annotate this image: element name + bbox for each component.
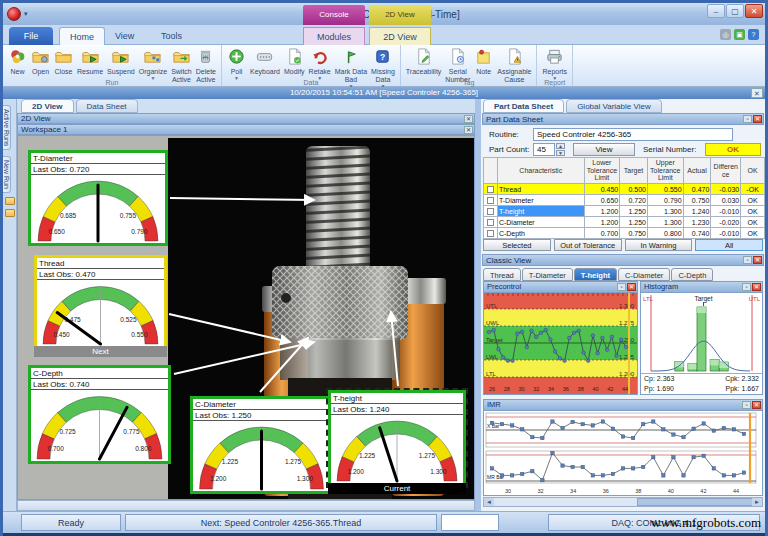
workspace-close-icon[interactable]: ✕ [464, 126, 473, 134]
tab-tools[interactable]: Tools [151, 27, 192, 45]
svg-text:44: 44 [622, 386, 628, 392]
pin-icon[interactable]: ▫ [742, 283, 751, 291]
table-row[interactable]: T-height1.2001.2501.3001.240-0.010OK [484, 206, 765, 217]
table-row[interactable]: C-Diameter1.2001.2501.3001.230-0.020OK [484, 217, 765, 228]
row-checkbox[interactable] [487, 186, 494, 193]
ok-button[interactable]: OK [705, 143, 761, 156]
tab-home[interactable]: Home [59, 27, 105, 45]
filter-in-warning-button[interactable]: In Warning [625, 239, 693, 251]
file-tab[interactable]: File [9, 27, 53, 45]
close-icon[interactable]: ✕ [627, 283, 636, 291]
reports-button[interactable]: Reports▼ [541, 46, 568, 81]
column-header[interactable]: Difference [711, 158, 741, 184]
open-button[interactable]: Open [30, 46, 51, 77]
horizontal-scrollbar[interactable] [17, 500, 475, 511]
rail-tab-active-runs[interactable]: Active Runs [3, 105, 11, 150]
pin-icon[interactable]: ▫ [617, 283, 626, 291]
column-header[interactable]: Characteristic [497, 158, 584, 184]
tab-part-data-sheet[interactable]: Part Data Sheet [483, 99, 564, 113]
filter-out-of-tolerance-button[interactable]: Out of Tolerance [554, 239, 622, 251]
close-icon[interactable]: ✕ [753, 115, 762, 123]
retake-icon [310, 47, 329, 68]
minimize-button[interactable]: – [707, 4, 725, 18]
column-header[interactable]: Upper Tolerance Limit [647, 158, 683, 184]
tab-global-variable-view[interactable]: Global Variable View [566, 99, 662, 113]
pin-icon[interactable]: ▫ [742, 401, 751, 409]
tab-modules[interactable]: Modules [303, 27, 365, 45]
tab-view[interactable]: View [105, 27, 144, 45]
poll-button[interactable]: Poll▼ [226, 46, 247, 81]
organize-button[interactable]: Organize▼ [138, 46, 168, 81]
column-header[interactable] [484, 158, 498, 184]
rail-tab-new-run[interactable]: New Run [3, 156, 11, 193]
scroll-right-icon[interactable]: ► [752, 498, 762, 506]
pin-icon[interactable]: ▫ [743, 115, 752, 123]
traceability-button[interactable]: Traceability [405, 46, 443, 77]
gauge-last-obs: Last Obs: 1.240 [331, 404, 463, 415]
help-icon[interactable]: ? [748, 29, 759, 40]
gauge-t-height[interactable]: T-heightLast Obs: 1.2401.2251.2001.2751.… [328, 390, 466, 486]
column-header[interactable]: Actual [683, 158, 711, 184]
gauge-c-depth[interactable]: C-DepthLast Obs: 0.7400.7250.7000.7750.8… [28, 365, 171, 464]
tab-2d-view[interactable]: 2D View [21, 99, 74, 113]
app-logo-icon[interactable] [7, 7, 21, 21]
run-close-icon[interactable]: ✕ [751, 88, 763, 98]
filter-selected-button[interactable]: Selected [483, 239, 551, 251]
column-header[interactable]: Target [620, 158, 648, 184]
filter-all-button[interactable]: All [695, 239, 763, 251]
modify-button[interactable]: Modify [283, 46, 306, 77]
close-button[interactable]: ✕ [745, 4, 763, 18]
tab-2d-view[interactable]: 2D View [369, 27, 431, 45]
maximize-button[interactable]: ▢ [726, 4, 744, 18]
retake-button[interactable]: Retake▼ [308, 46, 332, 81]
column-header[interactable]: Lower Tolerance Limit [584, 158, 620, 184]
close-icon[interactable]: ✕ [752, 283, 761, 291]
imr-scrollbar[interactable]: ◄ ► [483, 497, 763, 507]
gauge-t-diameter[interactable]: T-DiameterLast Obs: 0.7200.6850.6500.755… [28, 150, 168, 246]
pin-icon[interactable]: ▫ [743, 256, 752, 264]
table-row[interactable]: C-Depth0.7000.7500.8000.740-0.010OK [484, 228, 765, 239]
new-button[interactable]: New [7, 46, 28, 77]
folder-icon[interactable] [5, 197, 15, 205]
close-icon[interactable]: ✕ [753, 256, 762, 264]
group-label: Run [3, 79, 221, 86]
resume-button[interactable]: Resume [76, 46, 104, 77]
note-button[interactable]: Note [473, 46, 494, 77]
spinner-up-icon[interactable]: ▲ [556, 143, 565, 149]
close-button[interactable]: Close [53, 46, 74, 77]
tab-thread[interactable]: Thread [483, 268, 521, 281]
panel-close-icon[interactable]: ✕ [464, 115, 473, 123]
tab-c-depth[interactable]: C-Depth [671, 268, 713, 281]
table-row[interactable]: Thread0.4500.5000.5500.470-0.030-OK [484, 184, 765, 195]
suspend-button[interactable]: Suspend [106, 46, 136, 77]
tab-data-sheet[interactable]: Data Sheet [76, 99, 138, 113]
tab-t-diameter[interactable]: T-Diameter [522, 268, 573, 281]
row-checkbox[interactable] [487, 230, 494, 237]
scroll-left-icon[interactable]: ◄ [484, 498, 494, 506]
close-icon[interactable]: ✕ [752, 401, 761, 409]
svg-text:0.725: 0.725 [59, 428, 76, 435]
table-row[interactable]: T-Diameter0.6500.7200.7900.7500.030OK [484, 195, 765, 206]
svg-text:38: 38 [635, 488, 641, 494]
tab-t-height[interactable]: T-height [574, 268, 617, 281]
keyboard-button[interactable]: Keyboard [249, 46, 281, 77]
view-button[interactable]: View [573, 143, 635, 156]
tab-c-diameter[interactable]: C-Diameter [618, 268, 670, 281]
gauge-title: C-Diameter [193, 399, 330, 410]
row-checkbox[interactable] [487, 208, 494, 215]
part-count-field[interactable]: 45 [533, 143, 555, 156]
spinner-down-icon[interactable]: ▼ [556, 150, 565, 156]
column-header[interactable]: OK [741, 158, 765, 184]
scroll-thumb[interactable] [637, 498, 754, 506]
style-icon[interactable]: ◎ [720, 29, 731, 40]
gauge-thread[interactable]: ThreadLast Obs: 0.4700.4750.4500.5250.55… [34, 255, 167, 349]
row-checkbox[interactable] [487, 197, 494, 204]
folder-icon[interactable] [5, 209, 15, 217]
quick-access-caret-icon[interactable]: ▾ [24, 10, 28, 18]
organize-icon [143, 47, 162, 68]
routine-field[interactable]: Speed Controler 4256-365 [533, 128, 733, 141]
svg-text:1.200: 1.200 [210, 475, 227, 482]
row-checkbox[interactable] [487, 219, 494, 226]
gauge-c-diameter[interactable]: C-DiameterLast Obs: 1.2501.2251.2001.275… [190, 396, 333, 494]
theme-icon[interactable]: ▣ [734, 29, 745, 40]
